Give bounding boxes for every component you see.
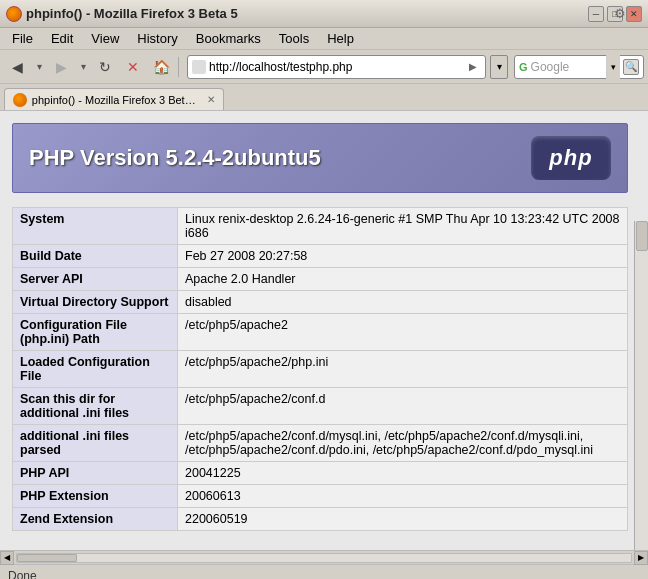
php-version-heading: PHP Version 5.2.4-2ubuntu5	[29, 145, 321, 171]
firefox-icon	[6, 6, 22, 22]
table-value-cell: Linux renix-desktop 2.6.24-16-generic #1…	[178, 208, 628, 245]
menu-file[interactable]: File	[4, 29, 41, 48]
address-input[interactable]: http://localhost/testphp.php	[209, 60, 466, 74]
address-go-icon: ▶	[469, 61, 481, 72]
table-key-cell: Configuration File (php.ini) Path	[13, 314, 178, 351]
table-key-cell: additional .ini files parsed	[13, 425, 178, 462]
table-row: additional .ini files parsed/etc/php5/ap…	[13, 425, 628, 462]
php-banner: PHP Version 5.2.4-2ubuntu5 php	[12, 123, 628, 193]
table-value-cell: disabled	[178, 291, 628, 314]
table-row: Virtual Directory Supportdisabled	[13, 291, 628, 314]
address-favicon	[192, 60, 206, 74]
menu-help[interactable]: Help	[319, 29, 362, 48]
stop-button[interactable]: ✕	[120, 54, 146, 80]
table-value-cell: 20041225	[178, 462, 628, 485]
forward-dropdown[interactable]: ▾	[76, 54, 90, 80]
toolbar-separator	[178, 57, 179, 77]
status-bar: Done	[0, 564, 648, 579]
home-button[interactable]: 🏠	[148, 54, 174, 80]
table-value-cell: Apache 2.0 Handler	[178, 268, 628, 291]
table-row: Server APIApache 2.0 Handler	[13, 268, 628, 291]
table-value-cell: /etc/php5/apache2/conf.d	[178, 388, 628, 425]
table-key-cell: System	[13, 208, 178, 245]
table-row: Zend Extension220060519	[13, 508, 628, 531]
tab-label: phpinfo() - Mozilla Firefox 3 Beta 5	[32, 94, 198, 106]
table-row: SystemLinux renix-desktop 2.6.24-16-gene…	[13, 208, 628, 245]
content-area: ▲ ▼ PHP Version 5.2.4-2ubuntu5 php Syste…	[0, 110, 648, 550]
search-engine-dropdown[interactable]: ▾	[606, 55, 620, 79]
menu-view[interactable]: View	[83, 29, 127, 48]
forward-button[interactable]: ▶	[48, 54, 74, 80]
table-key-cell: Zend Extension	[13, 508, 178, 531]
gear-icon: ⚙	[614, 6, 630, 22]
table-value-cell: 20060613	[178, 485, 628, 508]
table-value-cell: /etc/php5/apache2/php.ini	[178, 351, 628, 388]
address-dropdown[interactable]: ▾	[490, 55, 508, 79]
hscroll-track	[16, 553, 632, 563]
table-value-cell: Feb 27 2008 20:27:58	[178, 245, 628, 268]
menu-bar: File Edit View History Bookmarks Tools H…	[0, 28, 648, 50]
toolbar: ◀ ▾ ▶ ▾ ↻ ✕ 🏠 http://localhost/testphp.p…	[0, 50, 648, 84]
address-bar: http://localhost/testphp.php ▶ ▾	[187, 55, 508, 79]
table-row: Loaded Configuration File/etc/php5/apach…	[13, 351, 628, 388]
back-button[interactable]: ◀	[4, 54, 30, 80]
hscroll-right-arrow[interactable]: ▶	[634, 551, 648, 565]
minimize-button[interactable]: ─	[588, 6, 604, 22]
table-key-cell: PHP API	[13, 462, 178, 485]
tab-close-icon[interactable]: ✕	[207, 94, 215, 105]
search-input[interactable]: Google	[531, 60, 603, 74]
table-key-cell: Server API	[13, 268, 178, 291]
table-value-cell: /etc/php5/apache2	[178, 314, 628, 351]
window-title: phpinfo() - Mozilla Firefox 3 Beta 5	[26, 6, 238, 21]
horizontal-scrollbar[interactable]: ◀ ▶	[0, 550, 648, 564]
hscroll-left-arrow[interactable]: ◀	[0, 551, 14, 565]
title-bar: phpinfo() - Mozilla Firefox 3 Beta 5 ⚙ ─…	[0, 0, 648, 28]
status-text: Done	[8, 569, 37, 580]
phpinfo-table: SystemLinux renix-desktop 2.6.24-16-gene…	[12, 207, 628, 531]
hscroll-thumb[interactable]	[17, 554, 77, 562]
table-key-cell: PHP Extension	[13, 485, 178, 508]
scrollbar-thumb[interactable]	[636, 221, 648, 251]
menu-edit[interactable]: Edit	[43, 29, 81, 48]
search-button[interactable]: 🔍	[623, 59, 639, 75]
tab-bar: phpinfo() - Mozilla Firefox 3 Beta 5 ✕	[0, 84, 648, 110]
search-engine-icon: G	[519, 61, 528, 73]
table-row: PHP API20041225	[13, 462, 628, 485]
scrollbar-rail[interactable]: ▲ ▼	[634, 221, 648, 550]
table-key-cell: Loaded Configuration File	[13, 351, 178, 388]
table-key-cell: Virtual Directory Support	[13, 291, 178, 314]
search-bar[interactable]: G Google ▾ 🔍	[514, 55, 644, 79]
title-bar-left: phpinfo() - Mozilla Firefox 3 Beta 5	[6, 6, 238, 22]
active-tab[interactable]: phpinfo() - Mozilla Firefox 3 Beta 5 ✕	[4, 88, 224, 110]
php-logo: php	[531, 136, 611, 180]
table-value-cell: /etc/php5/apache2/conf.d/mysql.ini, /etc…	[178, 425, 628, 462]
reload-button[interactable]: ↻	[92, 54, 118, 80]
table-row: Configuration File (php.ini) Path/etc/ph…	[13, 314, 628, 351]
tab-favicon	[13, 93, 27, 107]
back-dropdown[interactable]: ▾	[32, 54, 46, 80]
table-key-cell: Build Date	[13, 245, 178, 268]
menu-tools[interactable]: Tools	[271, 29, 317, 48]
table-row: Scan this dir for additional .ini files/…	[13, 388, 628, 425]
address-input-wrapper[interactable]: http://localhost/testphp.php ▶	[187, 55, 486, 79]
content-inner: PHP Version 5.2.4-2ubuntu5 php SystemLin…	[0, 111, 648, 550]
menu-bookmarks[interactable]: Bookmarks	[188, 29, 269, 48]
table-value-cell: 220060519	[178, 508, 628, 531]
menu-history[interactable]: History	[129, 29, 185, 48]
table-row: PHP Extension20060613	[13, 485, 628, 508]
table-key-cell: Scan this dir for additional .ini files	[13, 388, 178, 425]
table-row: Build DateFeb 27 2008 20:27:58	[13, 245, 628, 268]
